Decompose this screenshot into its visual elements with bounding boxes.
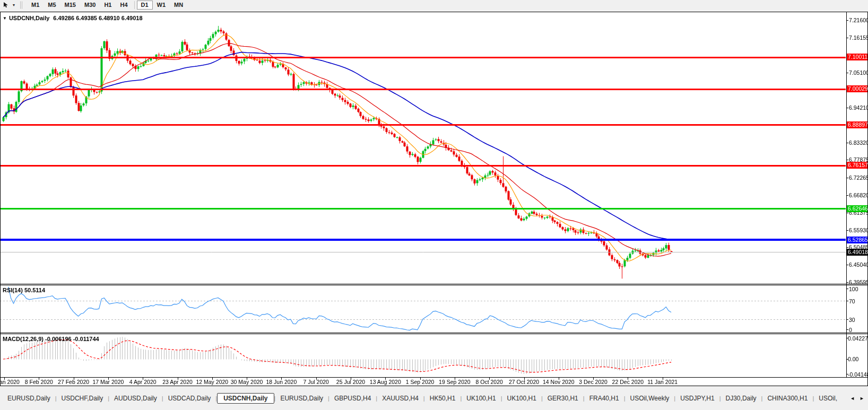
price-axis-tick: 6.72265: [849, 175, 868, 181]
price-axis-tick: 6.94210: [849, 104, 868, 111]
date-axis-label: 11 Jan 2021: [645, 379, 680, 385]
rsi-axis-tick: 70: [849, 298, 855, 304]
toolbar-grip[interactable]: [20, 2, 22, 8]
date-axis-label: 27 Feb 2020: [56, 379, 91, 385]
price-axis-tick: 7.16155: [849, 34, 868, 41]
price-axis-tick: 6.39595: [849, 279, 868, 285]
date-axis-label: 22 Dec 2020: [610, 379, 645, 385]
date-axis-label: 18 Jun 2020: [264, 379, 299, 385]
date-axis-label: 27 Oct 2020: [507, 379, 542, 385]
chart-tab-usdjpy-h1[interactable]: USDJPY,H1: [675, 394, 719, 403]
chart-tab-gbpusd-h4[interactable]: GBPUSD,H4: [329, 394, 376, 403]
chart-symbol-label: USDCNH,Daily: [9, 15, 49, 21]
macd-axis-tick: -0.04148: [848, 371, 868, 378]
price-axis-tick: 6.55930: [849, 227, 868, 233]
chart-title: ▼USDCNH,Daily6.49286 6.49385 6.48910 6.4…: [3, 15, 143, 21]
macd-label: MACD(12,26,9) -0.006196 -0.011744: [3, 336, 99, 342]
date-axis-label: 13 Aug 2020: [368, 379, 403, 385]
date-axis-label: 8 Feb 2020: [21, 379, 56, 385]
price-line-tag: 6.52865: [847, 237, 867, 243]
timeframe-button-m30[interactable]: M30: [80, 1, 100, 10]
tabs-scroll-right-icon[interactable]: ►: [860, 396, 864, 401]
chart-tab-audusd-daily[interactable]: AUDUSD,Daily: [109, 394, 162, 403]
chart-tab-usdchf-daily[interactable]: USDCHF,Daily: [57, 394, 108, 403]
chart-tab-eurusd-daily[interactable]: EURUSD,Daily: [275, 394, 328, 403]
tabs-scroll-left-icon[interactable]: ◄: [850, 396, 855, 401]
price-line-tag: 7.10011: [847, 54, 867, 60]
chart-tab-dj30-daily[interactable]: DJ30,Daily: [721, 394, 761, 403]
timeframe-button-h1[interactable]: H1: [100, 1, 116, 10]
chart-tab-china300-h1[interactable]: CHINA300,H1: [762, 394, 812, 403]
timeframe-buttons: M1M5M15M30H1H4D1W1MN: [27, 1, 187, 10]
price-axis-tick: 7.05100: [849, 69, 868, 76]
chart-ohlc-values: 6.49286 6.49385 6.48910 6.49018: [53, 15, 142, 21]
price-axis-tick: 6.83320: [849, 139, 868, 146]
chart-tab-fra40-h1[interactable]: FRA40,H1: [585, 394, 624, 403]
chart-tab-usdcad-daily[interactable]: USDCAD,Daily: [163, 394, 216, 403]
price-line-tag: 6.88897: [847, 121, 867, 128]
timeframe-button-m15[interactable]: M15: [60, 1, 80, 10]
tab-scroll-arrows: ◄ ►: [847, 396, 867, 401]
rsi-axis-tick: 0: [849, 327, 852, 333]
dropdown-caret-icon[interactable]: ▾: [10, 3, 18, 7]
date-axis-label: 25 Jul 2020: [333, 379, 368, 385]
date-axis-label: 30 May 2020: [229, 379, 264, 385]
date-axis-label: 1 Sep 2020: [403, 379, 438, 385]
rsi-axis-tick: 30: [849, 317, 855, 323]
chart-tab-usoil[interactable]: USOil,: [814, 394, 842, 403]
timeframe-button-w1[interactable]: W1: [153, 1, 170, 10]
chart-tab-ger30-h1[interactable]: GER30,H1: [543, 394, 583, 403]
chart-tab-uk100-h1[interactable]: UK100,H1: [502, 394, 541, 403]
price-axis-tick: 6.66820: [849, 192, 868, 198]
date-axis-label: 23 Apr 2020: [160, 379, 195, 385]
price-axis-tick: 6.45040: [849, 261, 868, 268]
chart-tab-hk50-h1[interactable]: HK50,H1: [425, 394, 461, 403]
chart-tab-usdcnh-daily[interactable]: USDCNH,Daily: [217, 393, 274, 404]
date-axis-label: 3 Dec 2020: [576, 379, 611, 385]
cursor-tool-icon[interactable]: [2, 1, 10, 9]
timeframe-button-h4[interactable]: H4: [116, 1, 132, 10]
macd-axis-tick: 0.00: [848, 356, 858, 362]
chart-tabbar: EURUSD,Daily|USDCHF,Daily|AUDUSD,Daily|U…: [0, 392, 868, 404]
chart-tab-uk100-h1[interactable]: UK100,H1: [462, 394, 500, 403]
chart-tab-usoil-weekly[interactable]: USOil,Weekly: [626, 394, 674, 403]
timeframe-button-d1[interactable]: D1: [137, 1, 153, 10]
chart-tab-eurusd-daily[interactable]: EURUSD,Daily: [3, 394, 55, 403]
price-line-tag: 6.62646: [847, 205, 867, 212]
date-axis-label: 14 Nov 2020: [541, 379, 576, 385]
chart-plot-canvas[interactable]: [0, 12, 868, 386]
timeframe-button-m5[interactable]: M5: [44, 1, 60, 10]
collapse-arrow-icon[interactable]: ▼: [3, 16, 7, 21]
date-axis-label: 12 May 2020: [195, 379, 230, 385]
date-axis-label: 17 Mar 2020: [91, 379, 126, 385]
chart-window: ▼USDCNH,Daily6.49286 6.49385 6.48910 6.4…: [0, 12, 868, 386]
date-axis-label: 19 Sep 2020: [437, 379, 472, 385]
rsi-label: RSI(14) 50.5114: [3, 287, 45, 293]
date-axis-label: 21 Jan 2020: [0, 379, 22, 385]
cursor-arrow-glyph: [3, 2, 10, 8]
chart-tab-xauusd-h4[interactable]: XAUUSD,H4: [377, 394, 423, 403]
date-axis-label: 7 Jul 2020: [299, 379, 334, 385]
price-line-tag: 6.76157: [847, 162, 867, 169]
price-line-tag: 6.49018: [847, 249, 867, 256]
date-axis-label: 8 Oct 2020: [472, 379, 507, 385]
toolbar: ▾ M1M5M15M30H1H4D1W1MN: [0, 0, 868, 10]
price-line-tag: 7.00029: [847, 85, 867, 92]
toolbar-separator: [134, 1, 135, 9]
timeframe-button-mn[interactable]: MN: [170, 1, 187, 10]
chart-tabs: EURUSD,Daily|USDCHF,Daily|AUDUSD,Daily|U…: [3, 392, 847, 404]
price-axis-tick: 7.21600: [849, 17, 868, 23]
timeframe-button-m1[interactable]: M1: [27, 1, 44, 10]
date-axis-label: 4 Apr 2020: [125, 379, 160, 385]
rsi-axis-tick: 100: [849, 286, 858, 292]
macd-axis-tick: 0.042275: [848, 335, 868, 342]
